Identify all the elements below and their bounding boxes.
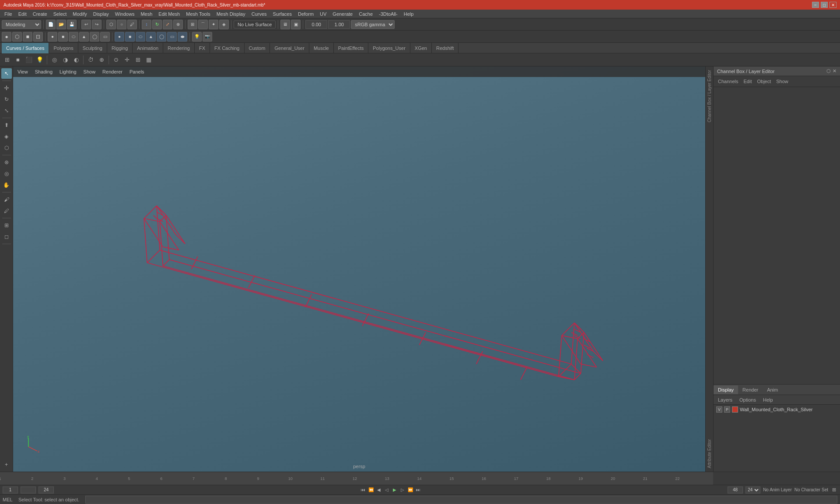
mel-input[interactable] bbox=[85, 496, 837, 504]
hud-btn[interactable]: ▦ bbox=[144, 55, 154, 65]
cube-btn[interactable]: ■ bbox=[58, 32, 68, 42]
input-field[interactable] bbox=[305, 20, 327, 29]
tab-muscle[interactable]: Muscle bbox=[309, 43, 334, 53]
grab-btn[interactable]: ✋ bbox=[1, 180, 12, 190]
shaded-btn[interactable]: ■ bbox=[13, 55, 23, 65]
component-uv-btn[interactable]: ⊡ bbox=[33, 32, 43, 42]
menu-item-modify[interactable]: Modify bbox=[70, 10, 89, 18]
component-edge-btn[interactable]: ⬡ bbox=[12, 32, 22, 42]
plane-btn[interactable]: ▭ bbox=[100, 32, 110, 42]
menu-item-editmesh[interactable]: Edit Mesh bbox=[156, 10, 182, 18]
paint-weights-btn[interactable]: 🖌 bbox=[1, 194, 12, 205]
xray-btn[interactable]: ◑ bbox=[60, 55, 70, 65]
start-frame-input[interactable] bbox=[3, 486, 18, 494]
relax-btn[interactable]: ◎ bbox=[1, 168, 12, 179]
tab-fx-caching[interactable]: FX Caching bbox=[210, 43, 244, 53]
menu-item-meshdisplay[interactable]: Mesh Display bbox=[214, 10, 248, 18]
minimize-button[interactable]: − bbox=[812, 2, 819, 8]
scale-tool-btn[interactable]: ⤡ bbox=[1, 105, 12, 116]
history-btn[interactable]: ⏱ bbox=[85, 55, 96, 65]
backface-btn[interactable]: ◐ bbox=[71, 55, 81, 65]
select-btn[interactable]: ⬡ bbox=[106, 20, 116, 29]
lighting-menu[interactable]: Lighting bbox=[58, 68, 78, 75]
rb-tab-display[interactable]: Display bbox=[714, 385, 738, 394]
menu-item-3dtoall[interactable]: -3DtoAll- bbox=[376, 10, 400, 18]
polygon-cube-btn[interactable]: ■ bbox=[125, 32, 135, 42]
polygon-cyl-btn[interactable]: ⬭ bbox=[136, 32, 145, 42]
menu-item-display[interactable]: Display bbox=[91, 10, 112, 18]
snap-curve-btn[interactable]: ⌒ bbox=[198, 20, 208, 29]
sphere-btn[interactable]: ● bbox=[48, 32, 57, 42]
hide-btn[interactable]: ◻ bbox=[1, 231, 12, 242]
panels-menu[interactable]: Panels bbox=[128, 68, 146, 75]
pivot-btn[interactable]: ✛ bbox=[122, 55, 132, 65]
torus-btn[interactable]: ◯ bbox=[90, 32, 99, 42]
tab-xgen[interactable]: XGen bbox=[410, 43, 432, 53]
menu-item-meshtools[interactable]: Mesh Tools bbox=[183, 10, 213, 18]
lights-btn[interactable]: 💡 bbox=[192, 32, 202, 42]
redo-btn[interactable]: ↪ bbox=[92, 20, 102, 29]
polygon-plane-btn[interactable]: ▭ bbox=[167, 32, 177, 42]
isolate-btn[interactable]: ◎ bbox=[49, 55, 60, 65]
rb-tab-render[interactable]: Render bbox=[738, 385, 763, 394]
grid-btn[interactable]: ⊞ bbox=[133, 55, 143, 65]
cone-btn[interactable]: ▲ bbox=[79, 32, 89, 42]
play-fwd-btn[interactable]: ▶ bbox=[391, 486, 398, 494]
select-tool-btn[interactable]: ↖ bbox=[1, 68, 12, 79]
extrude-btn[interactable]: ⬆ bbox=[1, 120, 12, 130]
menu-item-curves[interactable]: Curves bbox=[249, 10, 270, 18]
layer-playback-btn[interactable]: P bbox=[724, 406, 730, 413]
cb-tab-show[interactable]: Show bbox=[774, 78, 790, 85]
frame-ruler[interactable]: 12345678910111213141516171819202122 bbox=[0, 472, 713, 485]
maximize-button[interactable]: □ bbox=[821, 2, 828, 8]
cb-tab-channels[interactable]: Channels bbox=[716, 78, 740, 85]
menu-item-select[interactable]: Select bbox=[51, 10, 70, 18]
character-set-btn[interactable]: ⊞ bbox=[831, 486, 837, 493]
menu-item-cache[interactable]: Cache bbox=[356, 10, 375, 18]
tab-rigging[interactable]: Rigging bbox=[107, 43, 133, 53]
next-frame-btn[interactable]: ⏩ bbox=[407, 486, 414, 494]
playback-start-input[interactable] bbox=[728, 486, 743, 494]
cb-tab-edit[interactable]: Edit bbox=[742, 78, 753, 85]
component-vertex-btn[interactable]: ● bbox=[2, 32, 11, 42]
bridge-btn[interactable]: ⬡ bbox=[1, 143, 12, 153]
save-file-btn[interactable]: 💾 bbox=[67, 20, 77, 29]
move-tool-btn[interactable]: ✛ bbox=[1, 83, 12, 93]
skip-end-btn[interactable]: ⏭ bbox=[415, 486, 422, 494]
tab-curves---surfaces[interactable]: Curves / Surfaces bbox=[2, 43, 49, 53]
object-center-btn[interactable]: ⊙ bbox=[111, 55, 121, 65]
menu-item-mesh[interactable]: Mesh bbox=[138, 10, 155, 18]
plus-btn[interactable]: + bbox=[1, 459, 12, 470]
cylinder-btn[interactable]: ⬭ bbox=[69, 32, 78, 42]
renderer-menu[interactable]: Renderer bbox=[101, 68, 124, 75]
menu-item-deform[interactable]: Deform bbox=[295, 10, 316, 18]
camera-btn[interactable]: 📷 bbox=[203, 32, 212, 42]
resolution-btn[interactable]: ⊕ bbox=[96, 55, 107, 65]
fps-selector[interactable]: 24 bbox=[746, 486, 760, 494]
rb-subtab-layers[interactable]: Layers bbox=[716, 396, 734, 403]
rb-tab-anim[interactable]: Anim bbox=[763, 385, 782, 394]
transform-btn[interactable]: ⊕ bbox=[173, 20, 183, 29]
menu-item-create[interactable]: Create bbox=[30, 10, 50, 18]
open-file-btn[interactable]: 📂 bbox=[56, 20, 66, 29]
channel-box-side-tab[interactable]: Channel Box / Layer Editor bbox=[706, 68, 713, 124]
play-back-btn[interactable]: ◁ bbox=[383, 486, 390, 494]
move-btn[interactable]: ↕ bbox=[142, 20, 151, 29]
viewport[interactable]: View Shading Lighting Show Renderer Pane… bbox=[13, 66, 705, 472]
snap-grid-btn[interactable]: ⊞ bbox=[188, 20, 197, 29]
render-region-btn[interactable]: ▣ bbox=[291, 20, 301, 29]
channel-box-close-btn[interactable]: ✕ bbox=[833, 68, 836, 74]
lasso-btn[interactable]: ○ bbox=[117, 20, 126, 29]
snap-point-btn[interactable]: ✦ bbox=[209, 20, 218, 29]
sculpt-btn[interactable]: ⊛ bbox=[1, 157, 12, 168]
show-menu[interactable]: Show bbox=[82, 68, 98, 75]
rb-subtab-options[interactable]: Options bbox=[738, 396, 758, 403]
cb-tab-object[interactable]: Object bbox=[755, 78, 773, 85]
channel-box-resize-btn[interactable]: ⬡ bbox=[826, 68, 831, 74]
menu-item-file[interactable]: File bbox=[2, 10, 15, 18]
attr-editor-side-tab[interactable]: Attribute Editor bbox=[706, 438, 713, 470]
tab-general-user[interactable]: General_User bbox=[270, 43, 309, 53]
render-view-btn[interactable]: 🖥 bbox=[280, 20, 290, 29]
menu-item-help[interactable]: Help bbox=[401, 10, 416, 18]
lights-on-btn[interactable]: 💡 bbox=[35, 55, 45, 65]
